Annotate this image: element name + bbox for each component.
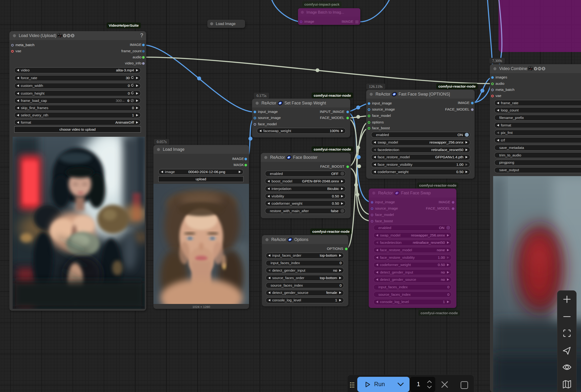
svg-text:V: V bbox=[64, 34, 66, 37]
svg-text:S: S bbox=[542, 67, 544, 70]
svg-text:V: V bbox=[534, 67, 536, 70]
svg-text:S: S bbox=[72, 34, 74, 37]
svg-text:H: H bbox=[68, 34, 70, 37]
svg-text:H: H bbox=[538, 67, 540, 70]
